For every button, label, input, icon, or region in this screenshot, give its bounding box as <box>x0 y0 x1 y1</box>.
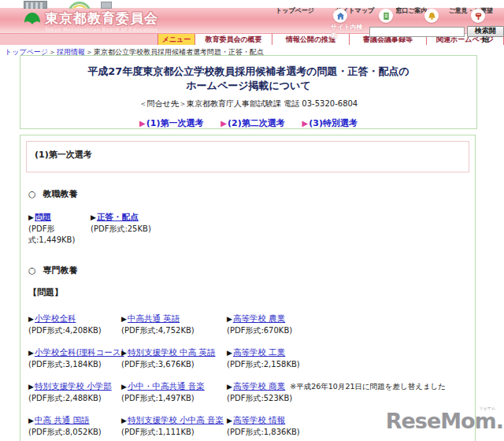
contact-info: ＜問合せ先＞東京都教育庁人事部試験課 電話 03-5320-6804 <box>20 98 476 109</box>
triangle-bullet-icon: ▶ <box>227 349 232 357</box>
pdf-link[interactable]: 小学校全科(理科コース) <box>35 347 124 357</box>
pdf-size: (PDF形式:1,449KB) <box>28 224 91 246</box>
pdf-size: (PDF形式:3,676KB) <box>121 359 227 370</box>
triangle-bullet-icon: ▶ <box>121 417 127 424</box>
triangle-bullet-icon: ▶ <box>302 119 309 128</box>
grid-row: ▶小学校全科(理科コース) (PDF形式:3,184KB) ▶特別支援学校 中高… <box>28 343 469 370</box>
pdf-cell: ▶特別支援学校 小中高 音楽 (PDF形式:1,111KB) <box>121 411 227 438</box>
pdf-cell: ▶小学校全科(理科コース) (PDF形式:3,184KB) <box>28 343 121 370</box>
triangle-bullet-icon: ▶ <box>91 213 96 221</box>
home-icon[interactable] <box>333 9 347 23</box>
pdf-cell: ▶中高 共通 国語 (PDF形式:8,052KB) <box>28 411 121 438</box>
grid-row: ▶小学校全科 (PDF形式:4,208KB) ▶中高共通 英語 (PDF形式:4… <box>28 309 469 336</box>
pdf-link[interactable]: 小学校全科 <box>35 313 76 323</box>
senmon-heading: ○専門教養 <box>28 265 469 276</box>
triangle-bullet-icon: ▶ <box>121 383 127 391</box>
kyoshoku-heading: ○教職教養 <box>28 188 469 200</box>
sitemap-icon[interactable] <box>379 9 393 23</box>
pdf-cell: ▶小中・中高共通 音楽 (PDF形式:1,497KB) <box>121 377 227 404</box>
mailbox-icon[interactable] <box>471 9 485 23</box>
pdf-link[interactable]: 中高共通 英語 <box>128 313 180 323</box>
content-box: (1)第一次選考 ○教職教養 ▶問題 (PDF形式:1,449KB) ▶正答・配… <box>20 135 476 441</box>
resemom-watermark: リセマムReseMom. <box>386 410 503 432</box>
search-label: サイト内検索 <box>331 23 366 40</box>
section-heading-box: (1)第一次選考 <box>26 141 469 172</box>
triangle-bullet-icon: ▶ <box>28 383 34 391</box>
triangle-bullet-icon: ▶ <box>121 349 127 357</box>
menu-tab-board-overview[interactable]: 教育委員会の概要 <box>195 34 272 45</box>
kyoshoku-heading-label: 教職教養 <box>43 189 78 199</box>
grid-row: ▶特別支援学校 小学部 (PDF形式:2,488KB) ▶小中・中高共通 音楽 … <box>28 377 469 404</box>
pdf-cell: ▶高等学校 工業 (PDF形式:2,158KB) <box>227 343 300 370</box>
pdf-size: (PDF形式:670KB) <box>227 325 292 336</box>
information-bell-icon[interactable] <box>424 9 439 23</box>
anchor-link-special-selection[interactable]: (3)特別選考 <box>309 118 358 128</box>
pdf-link[interactable]: 高等学校 農業 <box>233 313 285 323</box>
rainbow-illustration-icon <box>68 2 91 9</box>
pdf-size: (PDF形式:4,208KB) <box>28 325 121 336</box>
pdf-size: (PDF形式:523KB) <box>227 393 446 404</box>
pdf-link[interactable]: 中高 共通 国語 <box>35 415 90 424</box>
triangle-bullet-icon: ▶ <box>121 315 127 323</box>
pdf-size: (PDF形式:1,111KB) <box>121 427 227 438</box>
pdf-link[interactable]: 高等学校 工業 <box>233 347 285 357</box>
pdf-link[interactable]: 小中・中高共通 音楽 <box>128 381 205 391</box>
pdf-link[interactable]: 高等学校 商業 <box>233 381 285 391</box>
pdf-size: (PDF形式:4,752KB) <box>121 325 227 336</box>
pdf-size: (PDF形式:25KB) <box>91 224 151 235</box>
circle-bullet-icon: ○ <box>28 265 36 276</box>
pdf-cell: ▶高等学校 商業※平成26年10月21日に問題を差し替えました (PDF形式:5… <box>227 377 446 404</box>
top-utility-bar: トップページ サイトマップ 窓口ご案内 ご意見・ご要望 <box>258 1 493 16</box>
pdf-link[interactable]: 特別支援学校 中高 英語 <box>128 347 216 357</box>
pdf-cell: ▶高等学校 農業 (PDF形式:670KB) <box>227 309 292 336</box>
anchor-link-first-selection[interactable]: (1)第一次選考 <box>146 118 204 128</box>
pdf-link-mondai[interactable]: 問題 <box>35 212 51 221</box>
menu-tab-menu[interactable]: メニュー <box>158 34 195 45</box>
triangle-bullet-icon: ▶ <box>28 349 34 357</box>
site-subtitle: Tokyo Metropolitan Board of Education <box>45 27 158 33</box>
mondai-subheading: 【問題】 <box>28 287 469 298</box>
search-start-button[interactable]: 検索開始 <box>467 26 504 37</box>
kyoshoku-links-row: ▶問題 (PDF形式:1,449KB) ▶正答・配点 (PDF形式:25KB) <box>28 208 469 246</box>
pdf-size: (PDF形式:1,497KB) <box>121 393 227 404</box>
selection-anchor-links: ▶(1)第一次選考 ▶(2)第二次選考 ▶(3)特別選考 <box>20 117 476 129</box>
pdf-cell: ▶問題 (PDF形式:1,449KB) <box>28 208 91 246</box>
building-illustration-icon <box>24 1 47 9</box>
pdf-cell: ▶特別支援学校 中高 英語 (PDF形式:3,676KB) <box>121 343 227 370</box>
page-title-line2: ホームページ掲載について <box>20 79 476 93</box>
resemom-watermark-text: ReseMom. <box>386 409 503 433</box>
section-title: (1)第一次選考 <box>35 150 92 160</box>
triangle-bullet-icon: ▶ <box>28 315 34 323</box>
pdf-cell: ▶特別支援学校 小学部 (PDF形式:2,488KB) <box>28 377 121 404</box>
pdf-cell: ▶正答・配点 (PDF形式:25KB) <box>91 208 151 246</box>
pdf-cell: ▶高等学校 情報 (PDF形式:1,836KB) <box>227 411 300 438</box>
topbar-link-information[interactable]: 窓口ご案内 <box>395 7 427 14</box>
triangle-bullet-icon: ▶ <box>220 119 227 128</box>
site-search: サイト内検索 検索開始 <box>331 23 504 40</box>
site-search-input[interactable] <box>369 27 465 37</box>
replacement-note: ※平成26年10月21日に問題を差し替えました <box>290 382 446 391</box>
pdf-link[interactable]: 特別支援学校 小中高 音楽 <box>128 415 224 424</box>
site-logo[interactable]: 東京都教育委員会 Tokyo Metropolitan Board of Edu… <box>24 12 158 33</box>
senmon-heading-label: 専門教養 <box>43 265 78 276</box>
pdf-cell: ▶小学校全科 (PDF形式:4,208KB) <box>28 309 121 336</box>
house-illustration-icon <box>101 2 112 9</box>
ginkgo-leaf-icon <box>24 12 41 28</box>
title-box: 平成27年度東京都公立学校教員採用候補者選考の問題・正答・配点の ホームページ掲… <box>20 55 477 129</box>
topbar-link-top-page[interactable]: トップページ <box>276 7 314 14</box>
triangle-bullet-icon: ▶ <box>139 119 146 128</box>
pdf-link[interactable]: 高等学校 情報 <box>233 415 285 424</box>
pdf-link[interactable]: 特別支援学校 小学部 <box>35 381 112 391</box>
triangle-bullet-icon: ▶ <box>28 417 34 424</box>
pdf-size: (PDF形式:2,158KB) <box>227 359 300 370</box>
triangle-bullet-icon: ▶ <box>227 315 232 323</box>
anchor-link-second-selection[interactable]: (2)第二次選考 <box>228 118 285 128</box>
site-title: 東京都教育委員会 <box>45 12 158 25</box>
pdf-size: (PDF形式:3,184KB) <box>28 359 121 370</box>
circle-bullet-icon: ○ <box>28 189 36 199</box>
triangle-bullet-icon: ▶ <box>227 383 232 391</box>
pdf-link-seitou-haiten[interactable]: 正答・配点 <box>97 212 139 221</box>
site-header: トップページ サイトマップ 窓口ご案内 ご意見・ご要望 東京都教育委員会 Tok… <box>0 0 504 33</box>
page-title: 平成27年度東京都公立学校教員採用候補者選考の問題・正答・配点の ホームページ掲… <box>20 65 476 92</box>
triangle-bullet-icon: ▶ <box>28 213 34 221</box>
